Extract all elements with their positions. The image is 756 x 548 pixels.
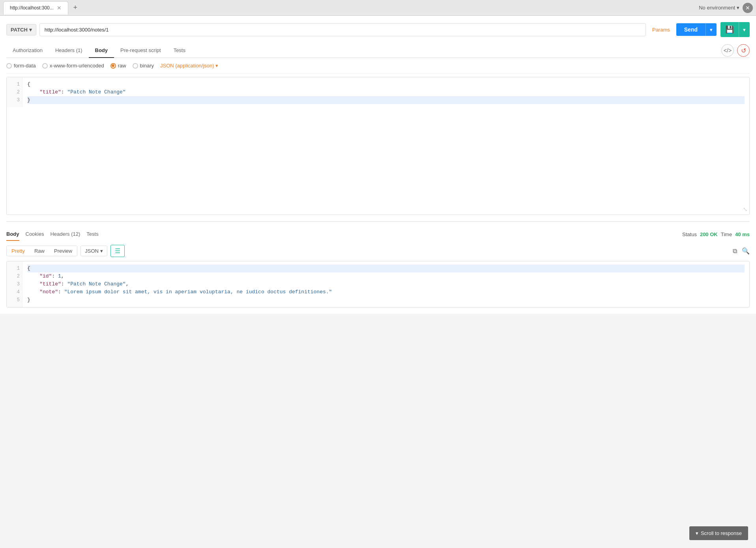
code-icon-button[interactable]: </> [721, 44, 734, 57]
list-icon: ☰ [115, 248, 120, 254]
resp-tab-tests[interactable]: Tests [86, 228, 98, 241]
search-button[interactable]: 🔍 [742, 247, 750, 255]
view-raw-button[interactable]: Raw [30, 246, 49, 256]
method-dropdown-icon: ▾ [29, 27, 32, 33]
resp-tab-headers[interactable]: Headers (12) [50, 228, 80, 241]
resp-action-btns: ⧉ 🔍 [733, 247, 750, 255]
new-tab-button[interactable]: + [71, 3, 80, 13]
url-input[interactable]: http://localhost:3000/notes/1 [39, 23, 646, 36]
code-line-3: } [27, 96, 745, 104]
code-line-2: "title": "Patch Note Change" [27, 88, 745, 96]
request-body-editor[interactable]: 1 2 3 { "title": "Patch Note Change" } ⤡ [6, 77, 750, 215]
copy-button[interactable]: ⧉ [733, 248, 737, 255]
send-dropdown-button[interactable]: ▾ [705, 23, 717, 36]
send-btn-group: Send ▾ [676, 23, 717, 36]
body-options: form-data x-www-form-urlencoded raw bina… [6, 58, 750, 74]
request-tabs: Authorization Headers (1) Body Pre-reque… [6, 43, 750, 58]
code-line-1: { [27, 80, 745, 88]
reset-icon: ↺ [741, 47, 746, 54]
resp-tab-body[interactable]: Body [6, 228, 19, 241]
tab-pre-request[interactable]: Pre-request script [114, 43, 167, 58]
json-format-selector[interactable]: JSON (application/json) ▾ [160, 63, 218, 69]
json-format-dropdown-icon: ▾ [215, 63, 218, 69]
method-label: PATCH [11, 27, 28, 33]
save-btn-group: 💾 ▾ [720, 22, 750, 37]
status-area: Status 200 OK Time 40 ms [682, 231, 750, 237]
section-divider [6, 221, 750, 222]
resize-handle-icon[interactable]: ⤡ [743, 206, 748, 213]
form-data-radio[interactable] [6, 63, 12, 69]
binary-option[interactable]: binary [133, 63, 154, 69]
resp-code-line-5: } [27, 296, 745, 304]
binary-radio[interactable] [133, 63, 138, 69]
resp-view-row: Pretty Raw Preview JSON ▾ ☰ ⧉ 🔍 [6, 241, 750, 261]
raw-radio[interactable] [110, 63, 116, 69]
tab-title: http://localhost:300... [10, 5, 54, 11]
json-format-label: JSON (application/json) [160, 63, 214, 69]
tab-bar: http://localhost:300... ✕ + No environme… [0, 0, 756, 16]
time-label: Time [721, 231, 732, 237]
time-value: 40 ms [735, 231, 750, 237]
params-button[interactable]: Params [649, 27, 673, 33]
method-selector[interactable]: PATCH ▾ [6, 24, 36, 35]
form-data-option[interactable]: form-data [6, 63, 36, 69]
env-dropdown-icon: ▾ [737, 5, 739, 11]
radio-active-dot [112, 64, 114, 67]
view-preview-button[interactable]: Preview [49, 246, 77, 256]
request-code-content: { "title": "Patch Note Change" } [22, 77, 749, 107]
response-section: Body Cookies Headers (12) Tests Status 2… [6, 228, 750, 308]
response-code-content: { "id": 1, "title": "Patch Note Change",… [22, 261, 749, 307]
url-bar-row: PATCH ▾ http://localhost:3000/notes/1 Pa… [6, 22, 750, 37]
code-icon: </> [724, 47, 732, 54]
browser-tab[interactable]: http://localhost:300... ✕ [3, 1, 68, 15]
view-pretty-button[interactable]: Pretty [7, 246, 30, 256]
urlencoded-radio[interactable] [42, 63, 48, 69]
resp-code-line-1: { [27, 265, 745, 272]
send-dropdown-icon: ▾ [710, 27, 713, 33]
environment-area: No environment ▾ ✕ [699, 3, 753, 13]
request-line-numbers: 1 2 3 [7, 77, 22, 107]
tab-icons: </> ↺ [721, 44, 750, 57]
resp-format-selector[interactable]: JSON ▾ [80, 246, 107, 256]
resp-format-dropdown-icon: ▾ [100, 248, 103, 254]
env-label: No environment [699, 5, 735, 11]
resp-tab-cookies[interactable]: Cookies [26, 228, 44, 241]
response-line-numbers: 1 2 3 4 5 [7, 261, 22, 307]
list-icon-button[interactable]: ☰ [110, 245, 125, 257]
tab-tests[interactable]: Tests [167, 43, 192, 58]
view-btn-group: Pretty Raw Preview [6, 246, 77, 256]
environment-selector[interactable]: No environment ▾ [699, 5, 739, 11]
status-value: 200 OK [700, 231, 718, 237]
resp-format-label: JSON [85, 248, 99, 254]
resp-code-line-2: "id": 1, [27, 272, 745, 280]
response-body-editor: 1 2 3 4 5 { "id": 1, "title": "Patch Not… [6, 261, 750, 308]
tab-headers[interactable]: Headers (1) [49, 43, 89, 58]
save-button[interactable]: 💾 [720, 22, 739, 37]
tab-authorization[interactable]: Authorization [6, 43, 49, 58]
env-close-button[interactable]: ✕ [743, 3, 753, 13]
response-tabs-row: Body Cookies Headers (12) Tests Status 2… [6, 228, 750, 241]
save-dropdown-icon: ▾ [743, 27, 746, 33]
urlencoded-option[interactable]: x-www-form-urlencoded [42, 63, 104, 69]
resp-code-line-3: "title": "Patch Note Change", [27, 280, 745, 288]
resp-code-line-4: "note": "Lorem ipsum dolor sit amet, vis… [27, 288, 745, 296]
main-container: PATCH ▾ http://localhost:3000/notes/1 Pa… [0, 16, 756, 314]
send-button[interactable]: Send [676, 23, 705, 36]
reset-icon-button[interactable]: ↺ [737, 44, 750, 57]
save-dropdown-button[interactable]: ▾ [739, 22, 750, 37]
tab-close-icon[interactable]: ✕ [57, 5, 62, 11]
status-label: Status [682, 231, 697, 237]
tab-body[interactable]: Body [89, 43, 114, 58]
raw-option[interactable]: raw [110, 63, 126, 69]
